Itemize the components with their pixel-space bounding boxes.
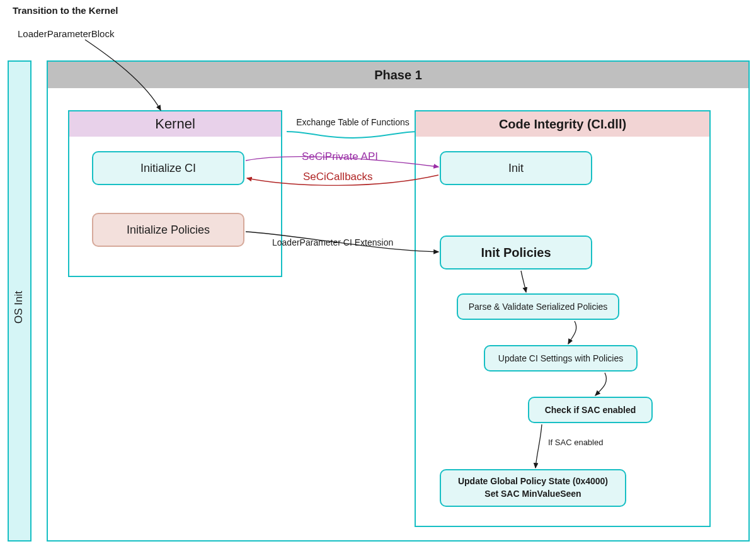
ci-update-global-line-1: Update Global Policy State (0x4000) (458, 475, 608, 488)
loader-ci-extension-label: LoaderParameter CI Extension (272, 237, 393, 247)
seci-private-api-label: SeCiPrivate API (302, 150, 378, 163)
ci-check-sac-node: Check if SAC enabled (528, 397, 653, 423)
ci-init-node: Init (440, 151, 592, 185)
ci-update-global-line-2: Set SAC MinValueSeen (484, 488, 581, 501)
os-init-box: OS Init (8, 60, 32, 542)
code-integrity-header: Code Integrity (CI.dll) (416, 111, 709, 137)
loader-parameter-block-label: LoaderParameterBlock (18, 28, 114, 39)
seci-callbacks-label: SeCiCallbacks (303, 171, 373, 183)
initialize-ci-node: Initialize CI (92, 151, 244, 185)
exchange-table-label: Exchange Table of Functions (287, 117, 419, 127)
initialize-policies-node: Initialize Policies (92, 213, 244, 247)
ci-parse-validate-node: Parse & Validate Serialized Policies (457, 293, 619, 320)
ci-init-policies-node: Init Policies (440, 235, 592, 269)
os-init-label: OS Init (13, 291, 25, 324)
ci-update-settings-node: Update CI Settings with Policies (484, 345, 638, 372)
phase-1-header: Phase 1 (48, 62, 748, 88)
ci-update-global-node: Update Global Policy State (0x4000) Set … (440, 469, 626, 507)
diagram-title: Transition to the Kernel (13, 5, 118, 16)
kernel-header: Kernel (69, 111, 281, 137)
if-sac-enabled-label: If SAC enabled (548, 438, 603, 447)
